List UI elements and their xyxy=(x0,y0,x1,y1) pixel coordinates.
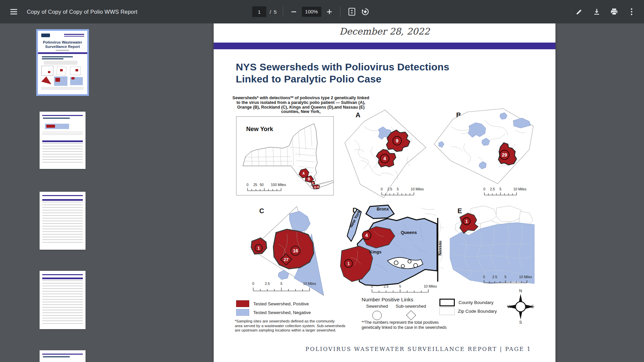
map-d-svg: D xyxy=(337,204,444,297)
mini-band xyxy=(38,52,87,54)
negative-label: Tested Sewershed, Negative xyxy=(253,310,311,315)
caption-line-2: to the virus isolated from a paralytic p… xyxy=(227,101,375,105)
page-input[interactable] xyxy=(252,6,266,17)
map-b-orange: B 29 xyxy=(431,107,536,199)
pencil-icon xyxy=(576,8,583,15)
toolbar-actions xyxy=(572,4,639,19)
mini-title-line2: Surveillance Report xyxy=(39,45,86,49)
compass-s: S xyxy=(519,320,522,324)
rotate-button[interactable] xyxy=(359,5,372,18)
map-c-rockland: C 1 16 27 0 xyxy=(247,204,327,300)
hamburger-icon xyxy=(10,9,17,15)
label-bronx: Bronx xyxy=(377,207,389,212)
compass-w: W xyxy=(507,304,511,309)
map-a-count-9: 9 xyxy=(396,138,398,143)
thumbnail-page-5[interactable] xyxy=(40,350,86,362)
map-a-count-4: 4 xyxy=(383,156,386,161)
county-boundary-label: County Boundary xyxy=(459,300,493,305)
footnote-sampling: *Sampling sites are sewersheds defined a… xyxy=(235,319,349,333)
more-options-button[interactable] xyxy=(624,4,639,19)
svg-text:2.5: 2.5 xyxy=(490,187,495,191)
map-c-label: C xyxy=(259,207,264,215)
svg-text:10 Miles: 10 Miles xyxy=(513,187,526,191)
label-queens: Queens xyxy=(401,230,417,235)
thumbnail-page-3[interactable] xyxy=(40,192,86,250)
zip-boundary-swatch xyxy=(439,307,455,315)
mini-chart-red xyxy=(46,125,55,128)
map-c-scale: 0 2.5 5 10 Miles xyxy=(252,282,316,291)
negative-swatch xyxy=(236,309,249,316)
map-d-count-4: 4 xyxy=(365,233,368,238)
svg-text:2.5: 2.5 xyxy=(492,275,497,279)
map-d-kings-queens: D xyxy=(337,204,444,297)
label-nassau: Nassau xyxy=(438,241,442,255)
sewershed-label: Sewershed xyxy=(362,304,392,309)
map-b-count-29: 29 xyxy=(502,152,507,158)
mini-rule xyxy=(64,36,84,37)
pdf-viewer-app: Copy of Copy of Copy of Polio WWS Report… xyxy=(0,0,644,362)
document-title: Copy of Copy of Copy of Polio WWS Report xyxy=(27,0,138,23)
county-boundary-swatch xyxy=(439,299,455,306)
north-zip-lines xyxy=(421,208,436,216)
svg-text:2.5: 2.5 xyxy=(265,282,270,286)
mini-logo xyxy=(41,34,50,37)
map-c-count-1: 1 xyxy=(257,246,260,251)
purple-band xyxy=(214,43,555,49)
mini-red xyxy=(60,69,63,71)
zoom-in-button[interactable] xyxy=(323,6,335,18)
mini-heading xyxy=(42,56,73,57)
svg-text:0: 0 xyxy=(483,275,485,279)
legend-boundaries: County Boundary Zip Code Boundary xyxy=(439,298,497,315)
toolbar-separator xyxy=(340,7,340,17)
map-c-count-27: 27 xyxy=(284,257,288,262)
map-new-york-state: New York A B C D E 0 25 50 100 Miles xyxy=(236,116,334,195)
thumbnail-sidebar: Poliovirus Wastewater Surveillance Repor… xyxy=(0,23,125,362)
mini-heading xyxy=(42,58,63,59)
more-vertical-icon xyxy=(631,8,633,15)
fit-page-button[interactable] xyxy=(345,5,359,18)
zoom-level[interactable]: 100% xyxy=(302,7,321,17)
map-a-svg: A 9 4 0 2.5 5 xyxy=(341,107,429,201)
compass-icon: N W E S xyxy=(505,288,536,324)
map-a-sullivan: A 9 4 0 2.5 5 xyxy=(341,107,429,201)
mini-band xyxy=(42,274,83,275)
map-c-count-16: 16 xyxy=(293,248,298,253)
svg-text:10 Miles: 10 Miles xyxy=(424,284,437,288)
menu-button[interactable] xyxy=(6,4,21,19)
thumbnail-page-2[interactable] xyxy=(40,112,86,169)
zoom-out-button[interactable] xyxy=(288,6,300,18)
sewershed-circle-symbol xyxy=(372,311,382,320)
svg-text:5: 5 xyxy=(399,284,401,288)
page-count: 5 xyxy=(274,9,276,15)
thumbnail-page-1[interactable]: Poliovirus Wastewater Surveillance Repor… xyxy=(38,31,87,94)
svg-text:25: 25 xyxy=(253,183,257,187)
thumbnail-page-4[interactable] xyxy=(40,271,86,329)
page-footer: POLIOVIRUS WASTEWATER SURVEILLANCE REPOR… xyxy=(306,346,531,352)
mini-text xyxy=(42,132,83,136)
mini-date xyxy=(56,50,69,51)
svg-text:50: 50 xyxy=(260,183,264,187)
toolbar-separator xyxy=(283,7,283,17)
label-kings: Kings xyxy=(369,249,381,254)
download-button[interactable] xyxy=(589,4,604,19)
mini-title-line1: Poliovirus Wastewater xyxy=(39,40,86,44)
download-icon xyxy=(593,8,600,15)
print-button[interactable] xyxy=(606,4,622,19)
svg-text:2.5: 2.5 xyxy=(384,284,389,288)
compass-n: N xyxy=(519,289,522,293)
plus-icon xyxy=(327,9,332,14)
mini-table xyxy=(42,143,83,165)
svg-text:5: 5 xyxy=(499,187,501,191)
svg-text:5: 5 xyxy=(397,187,399,191)
ny-label-b: B xyxy=(308,177,310,181)
links-title: Number Positive Links xyxy=(362,297,439,303)
positive-label: Tested Sewershed, Positive xyxy=(253,301,309,306)
mini-text xyxy=(44,61,77,64)
ny-map-title: New York xyxy=(246,126,273,132)
pdf-page-1: December 28, 2022 NYS Sewersheds with Po… xyxy=(214,23,555,362)
map-e-svg: E 1 xyxy=(450,204,535,287)
mini-table-header xyxy=(42,278,83,279)
mini-map-box xyxy=(41,66,53,76)
svg-text:2.5: 2.5 xyxy=(387,187,392,191)
annotate-button[interactable] xyxy=(572,4,587,19)
